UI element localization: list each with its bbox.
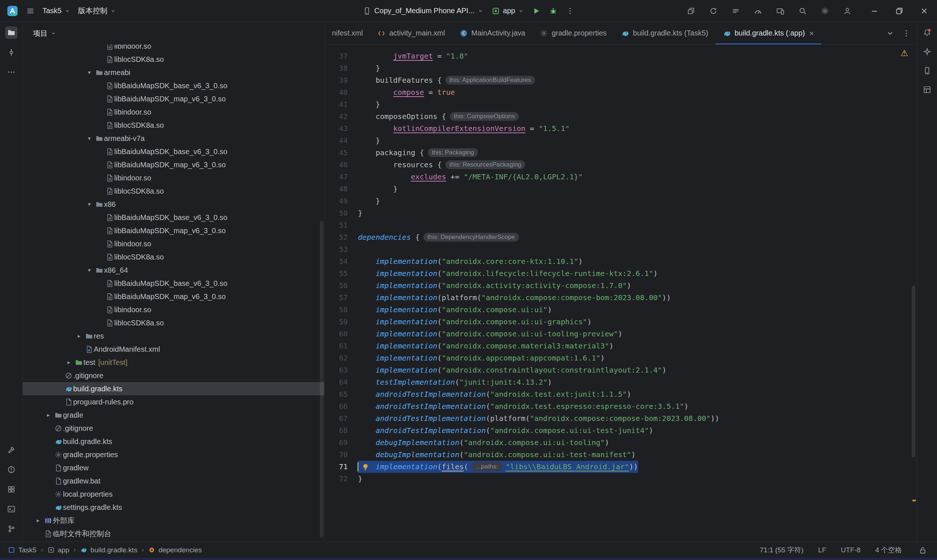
code-line-53[interactable]: 53 — [325, 243, 917, 255]
tree-item-libindoor-so[interactable]: libindoor.so — [23, 45, 324, 53]
run-button[interactable] — [532, 7, 540, 15]
project-scrollbar[interactable] — [320, 221, 323, 538]
chevron-down-icon[interactable]: ▾ — [84, 69, 94, 76]
breadcrumb-task5[interactable]: Task5 — [8, 546, 37, 554]
debug-button[interactable] — [549, 7, 557, 15]
inspections-warning-icon[interactable]: ⚠ — [900, 48, 908, 58]
tab-activity-main-xml[interactable]: activity_main.xml — [370, 22, 452, 44]
code-line-64[interactable]: 64 testImplementation("junit:junit:4.13.… — [325, 376, 917, 388]
code-line-67[interactable]: 67 androidTestImplementation(platform("a… — [325, 412, 917, 425]
indent-widget[interactable]: 4 个空格 — [875, 545, 902, 555]
tree-item-liblocsdk8a-so[interactable]: liblocSDK8a.so — [23, 316, 324, 329]
tree-item-gradlew-bat[interactable]: gradlew.bat — [23, 474, 324, 488]
stash-icon[interactable] — [729, 5, 742, 17]
tree-item-libindoor-so[interactable]: libindoor.so — [23, 105, 324, 118]
settings-icon[interactable] — [819, 5, 831, 17]
tree-item-libbaidumapsdk-map-v6-3-0-so[interactable]: libBaiduMapSDK_map_v6_3_0.so — [23, 224, 324, 237]
breadcrumb-app[interactable]: app — [48, 546, 69, 554]
restore-button[interactable] — [893, 5, 906, 17]
tree-item-res[interactable]: ▸res — [23, 329, 324, 343]
tree-item-libbaidumapsdk-base-v6-3-0-so[interactable]: libBaiduMapSDK_base_v6_3_0.so — [23, 277, 324, 290]
chevron-right-icon[interactable]: ▸ — [43, 412, 54, 418]
services-icon[interactable] — [5, 483, 18, 495]
tree-item-libbaidumapsdk-map-v6-3-0-so[interactable]: libBaiduMapSDK_map_v6_3_0.so — [23, 158, 324, 171]
chevron-right-icon[interactable]: ▸ — [64, 359, 74, 366]
tab-nifest-xml[interactable]: nifest.xml — [325, 22, 370, 44]
code-line-70[interactable]: 70 debugImplementation("androidx.compose… — [325, 449, 917, 461]
code-line-51[interactable]: 51 — [325, 219, 917, 231]
project-panel-header[interactable]: 项目 — [23, 22, 324, 45]
project-folder-icon[interactable] — [5, 26, 18, 39]
code-line-60[interactable]: 60 implementation("androidx.compose.ui:u… — [325, 328, 917, 340]
account-icon[interactable] — [841, 5, 854, 17]
code-line-43[interactable]: 43 kotlinCompilerExtensionVersion = "1.5… — [325, 123, 917, 135]
code-line-40[interactable]: 40 compose = true — [325, 86, 917, 98]
more-run-actions-icon[interactable] — [566, 7, 574, 15]
tree-item-settings-gradle-kts[interactable]: settings.gradle.kts — [23, 501, 324, 514]
tab-build-gradle-kts-task5-[interactable]: build.gradle.kts (Task5) — [614, 22, 715, 44]
code-line-65[interactable]: 65 androidTestImplementation("androidx.t… — [325, 388, 917, 400]
screen-share-icon[interactable] — [774, 5, 786, 17]
tree-item-libbaidumapsdk-map-v6-3-0-so[interactable]: libBaiduMapSDK_map_v6_3_0.so — [23, 290, 324, 303]
terminal-icon[interactable] — [5, 503, 18, 515]
notifications-icon[interactable] — [921, 26, 933, 39]
main-menu-icon[interactable] — [26, 7, 34, 15]
code-line-39[interactable]: 39 buildFeatures {this: ApplicationBuild… — [325, 74, 917, 86]
project-name-button[interactable]: Task5 — [43, 6, 70, 15]
tree-item-x86-64[interactable]: ▾x86_64 — [23, 263, 324, 277]
minimize-button[interactable] — [868, 5, 881, 17]
code-line-44[interactable]: 44 } — [325, 135, 917, 147]
editor[interactable]: 37 jvmTarget = "1.8"38 }39 buildFeatures… — [325, 45, 917, 542]
tree-item-libbaidumapsdk-base-v6-3-0-so[interactable]: libBaiduMapSDK_base_v6_3_0.so — [23, 145, 324, 158]
tree-item-liblocsdk8a-so[interactable]: liblocSDK8a.so — [23, 185, 324, 198]
tree-item-liblocsdk8a-so[interactable]: liblocSDK8a.so — [23, 118, 324, 132]
tree-item-gradle-properties[interactable]: gradle.properties — [23, 448, 324, 461]
code-line-46[interactable]: 46 resources {this: ResourcesPackaging — [325, 159, 917, 171]
code-line-61[interactable]: 61 implementation("androidx.compose.mate… — [325, 340, 917, 352]
tree-item-armeabi[interactable]: ▾armeabi — [23, 66, 324, 79]
code-line-52[interactable]: 52dependencies {this: DependencyHandlerS… — [325, 231, 917, 243]
code-line-47[interactable]: 47 excludes += "/META-INF/{AL2.0,LGPL2.1… — [325, 171, 917, 183]
chevron-right-icon[interactable]: ▸ — [33, 517, 43, 524]
code-line-69[interactable]: 69 debugImplementation("androidx.compose… — [325, 437, 917, 449]
breadcrumb-build-gradle-kts[interactable]: build.gradle.kts — [80, 546, 137, 554]
caret-position-widget[interactable]: 71:1 (55 字符) — [760, 545, 803, 555]
tree-item-libbaidumapsdk-base-v6-3-0-so[interactable]: libBaiduMapSDK_base_v6_3_0.so — [23, 211, 324, 224]
device-manager-icon[interactable] — [921, 65, 933, 77]
tree-item-gradlew[interactable]: gradlew — [23, 461, 324, 474]
tree-item-liblocsdk8a-so[interactable]: liblocSDK8a.so — [23, 53, 324, 66]
code-line-37[interactable]: 37 jvmTarget = "1.8" — [325, 50, 917, 62]
device-selector[interactable]: Copy_of_Medium Phone API... — [363, 6, 483, 15]
code-line-38[interactable]: 38 } — [325, 62, 917, 74]
hidden-tabs-icon[interactable] — [886, 29, 894, 37]
more-horizontal-icon[interactable] — [5, 66, 18, 78]
tree-item-libindoor-so[interactable]: libindoor.so — [23, 303, 324, 316]
code-line-57[interactable]: 57 implementation(platform("androidx.com… — [325, 292, 917, 304]
tab-options-icon[interactable] — [902, 29, 910, 37]
code-line-63[interactable]: 63 implementation("androidx.constraintla… — [325, 364, 917, 376]
tree-item-libindoor-so[interactable]: libindoor.so — [23, 237, 324, 250]
chevron-down-icon[interactable]: ▾ — [84, 201, 94, 208]
code-line-66[interactable]: 66 androidTestImplementation("androidx.t… — [325, 400, 917, 412]
tree-item-libindoor-so[interactable]: libindoor.so — [23, 171, 324, 185]
code-line-68[interactable]: 68 androidTestImplementation("androidx.c… — [325, 425, 917, 437]
tree-item--gitignore[interactable]: .gitignore — [23, 422, 324, 435]
tree-item--[interactable]: ▸外部库 — [23, 514, 324, 527]
code-line-42[interactable]: 42 composeOptions {this: ComposeOptions — [325, 111, 917, 123]
tree-item-build-gradle-kts[interactable]: build.gradle.kts — [23, 435, 324, 448]
code-line-62[interactable]: 62 implementation("androidx.appcompat:ap… — [325, 352, 917, 364]
code-line-56[interactable]: 56 implementation("androidx.activity:act… — [325, 280, 917, 292]
clone-icon[interactable] — [685, 5, 697, 17]
tree-item-armeabi-v7a[interactable]: ▾armeabi-v7a — [23, 132, 324, 145]
chevron-down-icon[interactable]: ▾ — [84, 267, 94, 274]
tree-item--gitignore[interactable]: .gitignore — [23, 369, 324, 382]
tree-item-proguard-rules-pro[interactable]: proguard-rules.pro — [23, 395, 324, 408]
encoding-widget[interactable]: UTF-8 — [841, 546, 860, 554]
commit-icon[interactable] — [5, 46, 18, 58]
tree-item-build-gradle-kts[interactable]: build.gradle.kts — [23, 382, 324, 395]
problems-icon[interactable] — [5, 463, 18, 476]
search-icon[interactable] — [797, 5, 809, 17]
code-line-41[interactable]: 41 } — [325, 98, 917, 111]
code-line-71[interactable]: 71 implementation(files(...paths:"libs\\… — [325, 461, 917, 473]
tree-item-gradle[interactable]: ▸gradle — [23, 408, 324, 422]
